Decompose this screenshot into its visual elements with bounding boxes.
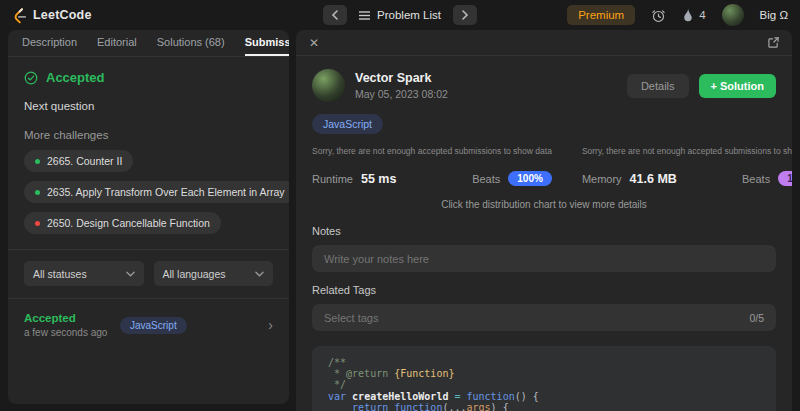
- timer-icon[interactable]: [651, 8, 666, 23]
- streak-count: 4: [699, 9, 705, 21]
- language-filter-select[interactable]: All languages: [154, 261, 274, 286]
- challenge-title: 2650. Design Cancellable Function: [47, 217, 210, 229]
- brand-name: LeetCode: [33, 8, 92, 22]
- flame-icon: [682, 8, 694, 23]
- notes-label: Notes: [312, 225, 776, 237]
- tab-description[interactable]: Description: [22, 30, 77, 56]
- leetcode-logo[interactable]: LeetCode: [12, 7, 92, 24]
- divider: [8, 249, 289, 250]
- submission-time: a few seconds ago: [24, 327, 120, 338]
- top-bar: LeetCode Problem List Premium: [0, 0, 800, 30]
- difficulty-dot: [35, 159, 40, 164]
- code-block[interactable]: /** * @return {Function} */var createHel…: [312, 346, 776, 411]
- result-status: Accepted: [24, 70, 273, 85]
- chevron-down-icon: [255, 271, 264, 277]
- challenge-chip[interactable]: 2665. Counter II: [24, 150, 133, 172]
- chevron-right-icon: ›: [268, 318, 273, 332]
- memory-beats-badge[interactable]: 100%: [778, 171, 792, 186]
- next-question-link[interactable]: Next question: [24, 100, 273, 112]
- code-line: */: [328, 379, 760, 390]
- challenge-list: 2665. Counter II2635. Apply Transform Ov…: [24, 150, 273, 234]
- submission-status: Accepted: [24, 312, 120, 324]
- close-icon[interactable]: ✕: [309, 36, 319, 50]
- next-problem-button[interactable]: [453, 5, 477, 25]
- language-badge[interactable]: JavaScript: [312, 114, 383, 134]
- tags-input[interactable]: Select tags 0/5: [312, 304, 776, 331]
- problem-list-label: Problem List: [377, 9, 441, 21]
- prev-problem-button[interactable]: [323, 5, 347, 25]
- memory-stat: Sorry, there are not enough accepted sub…: [582, 146, 792, 186]
- submission-language-badge[interactable]: JavaScript: [120, 317, 187, 334]
- premium-button[interactable]: Premium: [567, 5, 635, 25]
- code-line: var createHelloWorld = function() {: [328, 391, 760, 402]
- chevron-right-icon: [461, 10, 469, 20]
- memory-label: Memory: [582, 173, 622, 185]
- details-button[interactable]: Details: [627, 74, 689, 98]
- leetcode-logo-icon: [12, 7, 27, 24]
- language-filter-value: All languages: [163, 268, 226, 280]
- check-circle-icon: [24, 71, 38, 85]
- runtime-label: Runtime: [312, 173, 353, 185]
- code-line: return function(...args) {: [328, 402, 760, 411]
- expand-icon[interactable]: [768, 37, 779, 48]
- difficulty-dot: [35, 221, 40, 226]
- problem-panel: DescriptionEditorialSolutions (68)Submis…: [8, 30, 289, 404]
- post-solution-button[interactable]: + Solution: [699, 74, 776, 98]
- challenge-title: 2635. Apply Transform Over Each Element …: [47, 186, 285, 198]
- runtime-stat: Sorry, there are not enough accepted sub…: [312, 146, 552, 186]
- difficulty-dot: [35, 190, 40, 195]
- streak-counter[interactable]: 4: [682, 8, 705, 23]
- challenge-title: 2665. Counter II: [47, 155, 122, 167]
- notes-input[interactable]: [312, 245, 776, 272]
- chevron-left-icon: [331, 10, 339, 20]
- more-challenges-label: More challenges: [24, 129, 273, 141]
- code-line: /**: [328, 357, 760, 368]
- tags-placeholder: Select tags: [324, 312, 378, 324]
- tab-solutions-68[interactable]: Solutions (68): [157, 30, 225, 56]
- problem-list-button[interactable]: Problem List: [355, 9, 445, 21]
- hamburger-icon: [359, 11, 370, 20]
- memory-value: 41.6 MB: [630, 172, 677, 186]
- tab-submissions[interactable]: Submissions: [245, 30, 289, 56]
- challenge-chip[interactable]: 2650. Design Cancellable Function: [24, 212, 221, 234]
- memory-beats-label: Beats: [742, 173, 770, 185]
- code-line: * @return {Function}: [328, 368, 760, 379]
- submission-detail-panel: ✕ Vector Spark May 05, 2023 08:02 Detail…: [296, 30, 792, 411]
- author-name: Vector Spark: [355, 71, 448, 85]
- runtime-beats-label: Beats: [472, 173, 500, 185]
- status-filter-value: All statuses: [33, 268, 87, 280]
- main-content: DescriptionEditorialSolutions (68)Submis…: [0, 30, 800, 411]
- author-avatar[interactable]: [312, 69, 345, 102]
- tags-counter: 0/5: [749, 312, 764, 324]
- runtime-value: 55 ms: [361, 172, 396, 186]
- chevron-down-icon: [126, 271, 135, 277]
- username: Big Ω: [760, 9, 788, 21]
- tab-bar: DescriptionEditorialSolutions (68)Submis…: [8, 30, 289, 57]
- submission-row[interactable]: Accepted a few seconds ago JavaScript ›: [24, 299, 273, 351]
- user-avatar[interactable]: [722, 4, 744, 26]
- related-tags-label: Related Tags: [312, 284, 776, 296]
- runtime-empty-message: Sorry, there are not enough accepted sub…: [312, 146, 552, 156]
- tab-editorial[interactable]: Editorial: [97, 30, 137, 56]
- result-status-label: Accepted: [46, 70, 105, 85]
- status-filter-select[interactable]: All statuses: [24, 261, 144, 286]
- submission-date: May 05, 2023 08:02: [355, 88, 448, 100]
- memory-empty-message: Sorry, there are not enough accepted sub…: [582, 146, 792, 156]
- challenge-chip[interactable]: 2635. Apply Transform Over Each Element …: [24, 181, 289, 203]
- runtime-beats-badge[interactable]: 100%: [508, 171, 552, 186]
- distribution-hint: Click the distribution chart to view mor…: [312, 199, 776, 210]
